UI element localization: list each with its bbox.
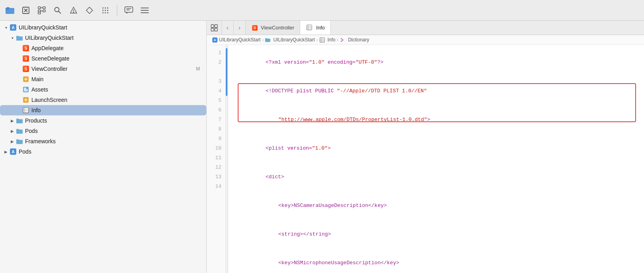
- sidebar-item-Info[interactable]: Info: [0, 105, 206, 115]
- toolbar-divider: [117, 5, 117, 16]
- folder-icon-Products: [16, 117, 23, 124]
- sidebar-item-Pods[interactable]: ▶ Pods: [0, 126, 206, 136]
- diamond-icon[interactable]: [84, 5, 95, 16]
- sidebar-item-LaunchScreen[interactable]: LaunchScreen: [0, 95, 206, 105]
- line-numbers: 1 2 3 4 5 6 7 8 9 10 11 12 13 14: [207, 45, 226, 273]
- disclosure-Frameworks[interactable]: ▶: [10, 138, 15, 144]
- line-num-12: 12: [207, 163, 225, 172]
- svg-point-23: [105, 10, 106, 11]
- sidebar-item-Main[interactable]: Main: [0, 74, 206, 84]
- hierarchy-icon[interactable]: [37, 5, 47, 16]
- breadcrumb-Info[interactable]: Info: [320, 37, 336, 43]
- sidebar-label-SceneDelegate: SceneDelegate: [31, 55, 70, 62]
- svg-marker-18: [86, 7, 93, 14]
- close-tab-icon[interactable]: [21, 5, 31, 16]
- line-num-1: 1: [207, 48, 225, 58]
- disclosure-group[interactable]: ▾: [10, 35, 15, 41]
- badge-m: M: [196, 66, 203, 72]
- folder-icon[interactable]: [5, 5, 15, 16]
- code-area[interactable]: 1 2 3 4 5 6 7 8 9 10 11 12 13 14: [207, 45, 644, 273]
- disclosure-empty6: [16, 97, 21, 103]
- scroll-indicator: [226, 48, 227, 96]
- svg-point-21: [107, 7, 109, 8]
- code-line-7: <key>NSMicrophoneUsageDescription</key>: [235, 249, 644, 273]
- tab-back-btn[interactable]: ‹: [222, 21, 234, 35]
- svg-rect-11: [43, 7, 45, 9]
- tab-forward-btn[interactable]: ›: [234, 21, 246, 35]
- code-doctype-2: plist PUBLIC: [297, 88, 337, 94]
- breadcrumb-sep-2: ›: [316, 37, 318, 42]
- sidebar-label-Products: Products: [25, 117, 47, 124]
- tab-viewcontroller[interactable]: S ViewController: [246, 21, 300, 35]
- disclosure-Pods[interactable]: ▶: [10, 128, 15, 134]
- breadcrumb-label-info: Info: [328, 37, 336, 43]
- breadcrumb-Dictionary[interactable]: Dictionary: [340, 37, 369, 43]
- line-num-2: 2: [207, 58, 225, 67]
- folder-icon-Pods: [16, 127, 23, 135]
- sidebar-item-root[interactable]: ▾ A UILibraryQuickStart: [0, 22, 206, 33]
- line-num-6: 6: [207, 105, 225, 115]
- code-line-6: <string></string>: [235, 220, 644, 249]
- sidebar-item-Frameworks[interactable]: ▶ Frameworks: [0, 136, 206, 146]
- sidebar-item-SceneDelegate[interactable]: S SceneDelegate: [0, 53, 206, 64]
- disclosure-Pods-root[interactable]: ▶: [3, 149, 9, 154]
- svg-line-14: [58, 11, 61, 14]
- code-doctype-4: "http://www.apple.com/DTDs/PropertyList-…: [278, 117, 427, 123]
- line-num-4: 4: [207, 86, 225, 96]
- svg-marker-31: [126, 12, 128, 14]
- code-key-5-text: NSCameraUsageDescription: [294, 203, 368, 209]
- swift-tab-icon: S: [251, 24, 258, 31]
- svg-point-25: [103, 12, 104, 13]
- grid-dots-icon[interactable]: [100, 5, 111, 16]
- storyboard-icon-LaunchScreen: [22, 96, 29, 103]
- storyboard-icon-Main: [22, 76, 29, 83]
- breadcrumb-label-app: UILibraryQuickStart: [219, 37, 261, 43]
- breadcrumb-sep-1: ›: [262, 37, 264, 42]
- code-val-1b: "UTF-8": [355, 59, 377, 65]
- svg-rect-40: [24, 88, 26, 90]
- toolbar: [0, 0, 644, 21]
- sidebar-item-Products[interactable]: ▶ Products: [0, 115, 206, 126]
- line-num-9: 9: [207, 134, 225, 144]
- code-line-1: <?xml version="1.0" encoding="UTF-8"?>: [235, 48, 644, 77]
- svg-rect-2: [6, 7, 10, 9]
- sidebar-item-Pods-root[interactable]: ▶ A Pods: [0, 146, 206, 157]
- disclosure-empty5: [16, 87, 21, 92]
- sidebar-item-ViewController[interactable]: S ViewController M: [0, 64, 206, 74]
- code-doctype-1: <!DOCTYPE: [266, 88, 297, 94]
- search-icon[interactable]: [52, 5, 63, 16]
- svg-point-17: [73, 12, 74, 12]
- sidebar-root-label: UILibraryQuickStart: [19, 24, 67, 31]
- code-attr-1b: encoding=: [324, 59, 355, 65]
- sidebar-label-AppDelegate: AppDelegate: [31, 45, 64, 51]
- code-tag-1c: ?>: [377, 59, 384, 65]
- code-line-2b: "http://www.apple.com/DTDs/PropertyList-…: [235, 105, 644, 134]
- svg-rect-58: [320, 37, 324, 42]
- chat-icon[interactable]: [124, 5, 134, 16]
- breadcrumb-label-folder: UILibraryQuickStart: [273, 37, 315, 43]
- code-plist-close: >: [328, 145, 331, 151]
- disclosure-empty3: [16, 66, 21, 72]
- sidebar-item-AppDelegate[interactable]: S AppDelegate: [0, 43, 206, 53]
- folder-icon-Frameworks: [16, 138, 23, 145]
- svg-point-26: [105, 12, 106, 13]
- breadcrumb-UILibraryQuickStart-folder[interactable]: UILibraryQuickStart: [265, 37, 315, 43]
- pods-app-icon: A: [10, 148, 17, 155]
- sidebar-label-ViewController: ViewController: [31, 66, 68, 72]
- assets-icon: [22, 86, 29, 93]
- svg-point-22: [103, 10, 104, 11]
- breadcrumb-UILibraryQuickStart-app[interactable]: A UILibraryQuickStart: [212, 37, 261, 43]
- disclosure-root[interactable]: ▾: [3, 25, 9, 30]
- disclosure-Products[interactable]: ▶: [10, 118, 15, 123]
- sidebar-item-UILibraryQuickStart-group[interactable]: ▾ UILibraryQuickStart: [0, 33, 206, 43]
- svg-rect-49: [211, 25, 214, 27]
- sidebar-label-Frameworks: Frameworks: [25, 138, 56, 144]
- line-num-11: 11: [207, 153, 225, 163]
- warning-icon[interactable]: [68, 5, 79, 16]
- folder-icon-group: [16, 34, 23, 41]
- lines-icon[interactable]: [140, 5, 150, 16]
- sidebar-item-Assets[interactable]: Assets: [0, 84, 206, 95]
- svg-rect-8: [38, 12, 41, 14]
- grid-view-btn[interactable]: [207, 21, 222, 35]
- tab-info[interactable]: Info: [300, 21, 331, 35]
